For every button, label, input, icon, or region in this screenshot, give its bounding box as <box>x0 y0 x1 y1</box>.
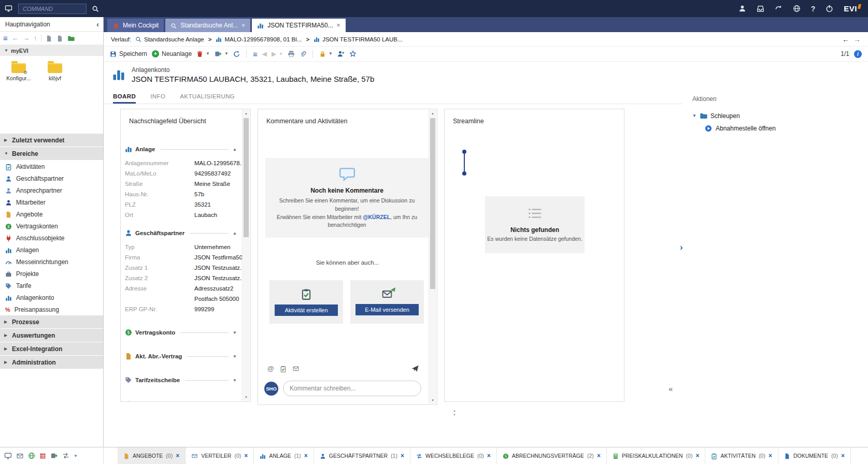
close-tab-icon[interactable]: × <box>769 452 772 459</box>
nav-back-icon[interactable]: ← <box>12 34 19 42</box>
nav-up-icon[interactable]: ↑ <box>34 34 37 42</box>
monitor-icon[interactable] <box>4 452 12 459</box>
folder-konfiguration[interactable]: ⚙ Konfigur... <box>6 61 31 98</box>
section-akt-anlagenzeitscheibe[interactable]: Akt. Anlagenzeitsch. ▼ <box>125 398 237 402</box>
globe-session-icon[interactable] <box>793 5 801 12</box>
copy-page-icon[interactable] <box>46 34 52 41</box>
print-button[interactable] <box>288 50 295 58</box>
relation-tab-preiskalkulationen[interactable]: PREISKALKULATIONEN(0)× <box>607 447 706 464</box>
action-abnahmestelle-oeffnen[interactable]: Abnahmestelle öffnen <box>705 124 860 132</box>
command-input[interactable] <box>18 4 87 14</box>
relation-tab-verteiler[interactable]: VERTEILER(0)× <box>186 447 254 464</box>
mail-icon[interactable] <box>292 365 300 372</box>
sidebar-item-preisanpassung[interactable]: %Preisanpassung <box>0 303 103 315</box>
sidebar-item-projekte[interactable]: Projekte <box>0 268 103 280</box>
sidebar-item-anlagenkonto[interactable]: Anlagenkonto <box>0 292 103 303</box>
sidebar-section-excel-integration[interactable]: ▶Excel-Integration <box>0 342 103 355</box>
chevron-down-icon[interactable]: ▼ <box>692 113 696 118</box>
sidebar-item-aktivitaeten[interactable]: Aktivitäten <box>0 161 103 172</box>
section-vertragskonto[interactable]: Vertragskonto ▼ <box>125 327 237 338</box>
close-tab-icon[interactable]: × <box>244 452 248 459</box>
sidebar-section-bereiche[interactable]: ▼Bereiche <box>0 147 103 160</box>
send-email-button[interactable]: E-Mail versenden <box>355 304 419 315</box>
scrollbar-thumb[interactable] <box>244 118 249 237</box>
folder-klojvf[interactable]: klöjvf <box>42 61 67 98</box>
sidebar-section-administration[interactable]: ▶Administration <box>0 356 103 369</box>
section-akt-abr-vertrag[interactable]: Akt. Abr.-Vertrag ▼ <box>125 351 237 362</box>
chevron-down-icon[interactable]: ▼ <box>4 48 8 53</box>
lock-button[interactable]: ▼ <box>319 50 333 57</box>
history-forward-icon[interactable]: → <box>853 35 861 44</box>
comment-input[interactable] <box>283 381 421 396</box>
breadcrumb-item-standardsuche[interactable]: Standardsuche Anlage <box>135 36 204 42</box>
previous-record-button[interactable]: ◀ <box>262 50 267 57</box>
close-tab-icon[interactable]: × <box>176 452 179 459</box>
scroll-down-icon[interactable]: ▼ <box>243 394 250 401</box>
export-icon[interactable] <box>50 452 58 460</box>
relation-tab-angebote[interactable]: ANGEBOTE(0)× <box>118 447 186 464</box>
section-anlage[interactable]: Anlage ▲ <box>125 143 237 155</box>
chevron-down-icon[interactable]: ▼ <box>233 330 237 335</box>
sidebar-section-zuletzt-verwendet[interactable]: ▶Zuletzt verwendet <box>0 134 103 147</box>
inbox-icon[interactable] <box>757 5 764 12</box>
scrollbar-thumb[interactable] <box>430 118 435 289</box>
breadcrumb-item-malo[interactable]: MALO-12995678908, 01 Bl... <box>216 36 302 42</box>
swap-icon[interactable] <box>62 452 69 460</box>
scroll-up-icon[interactable]: ▲ <box>450 409 459 413</box>
power-logout-icon[interactable] <box>826 5 833 12</box>
refresh-button[interactable] <box>233 50 240 57</box>
delete-button[interactable]: ▼ <box>196 50 210 57</box>
sidebar-item-mitarbeiter[interactable]: Mitarbeiter <box>0 196 103 208</box>
breadcrumb-item-json-testfirma[interactable]: JSON TESTFIRMA50 LAUB... <box>314 36 402 42</box>
close-tab-icon[interactable]: × <box>487 452 491 459</box>
vertical-scrollbar[interactable]: ▲ ▼ <box>429 110 436 404</box>
mention-icon[interactable]: @ <box>267 365 274 372</box>
sidebar-item-anlagen[interactable]: Anlagen <box>0 244 103 256</box>
close-tab-icon[interactable]: × <box>241 22 245 29</box>
tab-info[interactable]: INFO <box>150 93 165 104</box>
help-icon[interactable]: ? <box>811 5 816 13</box>
app-logo-icon[interactable] <box>4 5 13 12</box>
relation-tab-dokumente[interactable]: DOKUMENTE(0)× <box>778 447 851 464</box>
sidebar-item-anschlussobjekte[interactable]: Anschlussobjekte <box>0 232 103 244</box>
task-icon[interactable] <box>280 365 287 372</box>
export-button[interactable]: ▼ <box>215 50 229 58</box>
collapse-sidebar-icon[interactable]: ‹ <box>96 20 99 28</box>
sidebar-item-ansprechpartner[interactable]: Ansprechpartner <box>0 184 103 196</box>
caret-down-icon[interactable]: ▼ <box>74 454 78 458</box>
menu-icon[interactable]: ≡ <box>3 34 8 42</box>
sidebar-item-angebote[interactable]: Angebote <box>0 208 103 220</box>
caret-down-icon[interactable]: ▼ <box>224 51 229 56</box>
relation-tab-anlage[interactable]: ANLAGE(1)× <box>254 447 314 464</box>
mail-icon[interactable] <box>16 452 24 459</box>
relation-tab-aktivitaeten[interactable]: AKTIVITÄTEN(0)× <box>705 447 778 464</box>
tab-standardsuche[interactable]: Standardsuche Anl... × <box>165 19 250 32</box>
relation-tab-wechselbelege[interactable]: WECHSELBELEGE(0)× <box>410 447 497 464</box>
attachment-button[interactable] <box>300 50 306 57</box>
myevi-section-header[interactable]: ▼ myEVI <box>0 45 103 56</box>
relation-tab-geschaeftspartner[interactable]: GESCHÄFTSPARTNER(1)× <box>314 447 410 464</box>
close-tab-icon[interactable]: × <box>401 452 404 459</box>
user-icon[interactable] <box>738 5 746 12</box>
section-geschaeftspartner[interactable]: Geschäftspartner ▲ <box>125 227 237 239</box>
relation-tab-abrechnungsvertraege[interactable]: ABRECHNUNGSVERTRÄGE(2)× <box>497 447 607 464</box>
new-record-button[interactable]: +Neuanlage <box>152 50 192 57</box>
chevron-up-icon[interactable]: ▲ <box>233 147 237 152</box>
sidebar-item-geschaeftspartner[interactable]: Geschäftspartner <box>0 172 103 184</box>
scroll-up-icon[interactable]: ▲ <box>243 110 250 117</box>
section-tarifzeitscheibe[interactable]: Tarifzeitscheibe ▼ <box>125 374 237 386</box>
close-tab-icon[interactable]: × <box>695 452 699 459</box>
favorite-button[interactable] <box>349 50 357 58</box>
tab-board[interactable]: BOARD <box>113 93 136 104</box>
redo-icon[interactable] <box>775 5 782 12</box>
paste-page-icon[interactable] <box>56 34 63 41</box>
grid-icon[interactable] <box>39 452 46 459</box>
sidebar-section-auswertungen[interactable]: ▶Auswertungen <box>0 329 103 342</box>
close-tab-icon[interactable]: × <box>841 452 845 459</box>
create-activity-button[interactable]: Aktivität erstellen <box>275 304 338 316</box>
close-tab-icon[interactable]: × <box>304 452 308 459</box>
vertical-scrollbar[interactable]: ▲ ▼ <box>242 110 250 401</box>
menu-button[interactable]: ≡ <box>253 50 258 59</box>
tab-aktualisierung[interactable]: AKTUALISIERUNG <box>180 93 235 104</box>
chevron-down-icon[interactable]: ▼ <box>233 401 237 402</box>
